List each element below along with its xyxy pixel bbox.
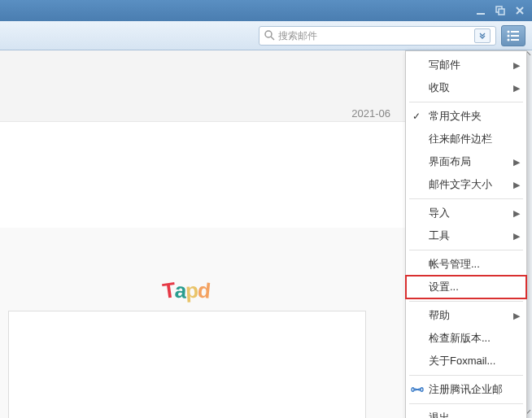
menu-help[interactable]: 帮助 ▶ <box>406 304 526 327</box>
svg-point-9 <box>508 38 510 41</box>
menu-font-size[interactable]: 邮件文字大小 ▶ <box>406 173 526 196</box>
menu-about[interactable]: 关于Foxmail... <box>406 350 526 372</box>
menu-label: 往来邮件边栏 <box>429 132 492 146</box>
menu-label: 关于Foxmail... <box>429 354 495 368</box>
content-panel <box>8 311 366 418</box>
menu-label: 导入 <box>429 206 450 220</box>
date-label: 2021-06 <box>351 107 390 120</box>
menu-separator <box>409 375 523 376</box>
chevron-right-icon: ▶ <box>513 180 520 190</box>
chevron-right-icon: ▶ <box>513 83 520 94</box>
menu-label: 帮助 <box>429 308 450 323</box>
menu-separator <box>409 301 523 302</box>
menu-separator <box>409 250 523 250</box>
menu-label: 设置... <box>429 280 459 294</box>
menu-label: 写邮件 <box>429 58 460 72</box>
chevron-right-icon: ▶ <box>513 231 520 242</box>
menu-common-folders[interactable]: ✓ 常用文件夹 <box>406 105 526 128</box>
menu-label: 常用文件夹 <box>429 109 482 124</box>
close-button[interactable] <box>514 5 525 16</box>
menu-compose[interactable]: 写邮件 ▶ <box>406 54 526 76</box>
search-icon <box>264 30 275 41</box>
search-options-button[interactable] <box>474 28 491 43</box>
search-input[interactable] <box>278 30 471 41</box>
menu-contacts-sidebar[interactable]: 往来邮件边栏 <box>406 128 526 150</box>
svg-rect-8 <box>511 35 519 37</box>
chevron-right-icon: ▶ <box>513 60 520 71</box>
menu-label: 收取 <box>429 81 450 95</box>
menu-separator <box>409 403 523 404</box>
menu-label: 检查新版本... <box>429 331 491 346</box>
chevron-right-icon: ▶ <box>513 311 520 321</box>
svg-line-4 <box>271 37 274 40</box>
list-icon <box>507 30 520 41</box>
menu-exit[interactable]: 退出 <box>406 407 526 418</box>
menu-label: 邮件文字大小 <box>429 177 492 192</box>
menu-register-enterprise-mail[interactable]: 注册腾讯企业邮 <box>406 378 526 401</box>
menu-label: 帐号管理... <box>429 257 480 272</box>
menu-tools[interactable]: 工具 ▶ <box>406 224 526 247</box>
menu-label: 注册腾讯企业邮 <box>429 382 503 397</box>
menu-import[interactable]: 导入 ▶ <box>406 202 526 224</box>
menu-label: 界面布局 <box>429 155 471 169</box>
chevron-right-icon: ▶ <box>513 157 520 168</box>
menu-account-management[interactable]: 帐号管理... <box>406 253 526 276</box>
maximize-button[interactable] <box>495 5 506 16</box>
menu-check-update[interactable]: 检查新版本... <box>406 327 526 350</box>
titlebar <box>0 0 532 21</box>
check-icon: ✓ <box>412 111 421 122</box>
menu-separator <box>409 102 523 102</box>
menu-label: 工具 <box>429 229 450 243</box>
toolbar <box>0 21 532 50</box>
svg-point-7 <box>508 34 510 37</box>
main-menu-button[interactable] <box>501 25 525 46</box>
main-menu-dropdown: 写邮件 ▶ 收取 ▶ ✓ 常用文件夹 往来邮件边栏 界面布局 ▶ 邮件文字大小 … <box>405 50 527 418</box>
svg-rect-0 <box>477 13 485 15</box>
minimize-button[interactable] <box>475 5 486 16</box>
menu-label: 退出 <box>429 411 450 418</box>
menu-layout[interactable]: 界面布局 ▶ <box>406 150 526 173</box>
svg-point-5 <box>508 30 510 33</box>
menu-separator <box>409 198 523 199</box>
chevron-right-icon: ▶ <box>513 208 520 219</box>
tapd-logo: Tapd <box>163 278 210 303</box>
svg-rect-10 <box>511 39 519 41</box>
svg-point-3 <box>265 31 272 37</box>
svg-rect-6 <box>511 31 519 33</box>
menu-receive[interactable]: 收取 ▶ <box>406 76 526 99</box>
menu-settings[interactable]: 设置... <box>406 276 526 298</box>
svg-rect-2 <box>499 9 504 15</box>
search-box[interactable] <box>259 26 496 46</box>
infinity-icon <box>411 385 424 394</box>
